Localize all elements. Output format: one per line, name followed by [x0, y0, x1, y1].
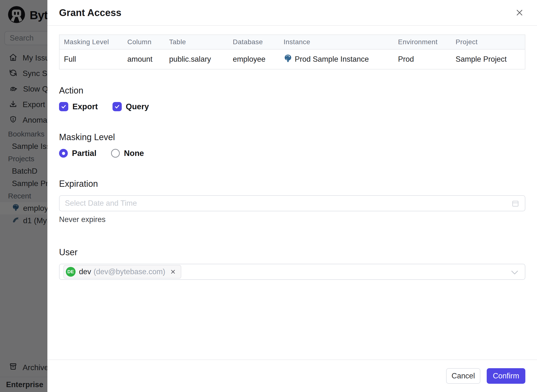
radio-unselected-icon: [111, 149, 120, 158]
modal-header: Grant Access: [47, 0, 537, 26]
modal-title: Grant Access: [59, 7, 121, 18]
modal-footer: Cancel Confirm: [47, 359, 537, 392]
checkbox-label: Query: [126, 102, 149, 111]
partial-radio[interactable]: Partial: [59, 149, 96, 158]
checkbox-checked-icon: [113, 102, 122, 111]
close-icon[interactable]: [514, 7, 525, 18]
user-heading: User: [59, 247, 525, 257]
action-heading: Action: [59, 85, 525, 96]
masking-summary-table: Masking Level Column Table Database Inst…: [59, 34, 525, 69]
modal-body: Masking Level Column Table Database Inst…: [47, 34, 537, 280]
cell-instance: Prod Sample Instance: [279, 49, 394, 69]
cell-database: employee: [228, 49, 279, 69]
confirm-button[interactable]: Confirm: [487, 368, 525, 384]
checkbox-label: Export: [72, 102, 98, 111]
radio-label: None: [124, 149, 144, 158]
cell-column: amount: [123, 49, 165, 69]
col-header-column: Column: [123, 35, 165, 49]
user-select[interactable]: DE dev (dev@bytebase.com): [59, 264, 525, 280]
never-expires-hint: Never expires: [59, 215, 525, 224]
user-email: (dev@bytebase.com): [94, 267, 165, 276]
export-checkbox[interactable]: Export: [59, 102, 98, 111]
masking-level-heading: Masking Level: [59, 132, 525, 142]
col-header-environment: Environment: [394, 35, 451, 49]
col-header-table: Table: [165, 35, 228, 49]
table-row: Full amount public.salary employee: [59, 49, 525, 69]
table-header-row: Masking Level Column Table Database Inst…: [59, 35, 525, 49]
postgresql-icon: [284, 54, 292, 65]
instance-name: Prod Sample Instance: [295, 55, 369, 64]
expiration-date-input[interactable]: [59, 195, 525, 211]
avatar: DE: [66, 267, 76, 277]
cell-project: Sample Project: [451, 49, 525, 69]
col-header-instance: Instance: [279, 35, 394, 49]
radio-label: Partial: [72, 149, 96, 158]
cell-environment: Prod: [394, 49, 451, 69]
query-checkbox[interactable]: Query: [113, 102, 149, 111]
checkbox-checked-icon: [59, 102, 68, 111]
action-options: Export Query: [59, 102, 525, 111]
radio-selected-icon: [59, 149, 68, 158]
masking-level-options: Partial None: [59, 149, 525, 158]
calendar-icon: [511, 199, 520, 209]
cell-masking-level: Full: [59, 49, 123, 69]
remove-user-icon[interactable]: [170, 268, 176, 275]
none-radio[interactable]: None: [111, 149, 144, 158]
col-header-project: Project: [451, 35, 525, 49]
col-header-database: Database: [228, 35, 279, 49]
cell-table: public.salary: [165, 49, 228, 69]
chevron-down-icon: [510, 270, 519, 276]
cancel-button[interactable]: Cancel: [446, 368, 480, 384]
expiration-field: [59, 195, 525, 211]
user-tag: DE dev (dev@bytebase.com): [63, 265, 181, 279]
expiration-heading: Expiration: [59, 179, 525, 189]
col-header-masking-level: Masking Level: [59, 35, 123, 49]
grant-access-modal: Grant Access Masking Level Column Table …: [47, 0, 537, 392]
user-name: dev: [79, 267, 91, 276]
